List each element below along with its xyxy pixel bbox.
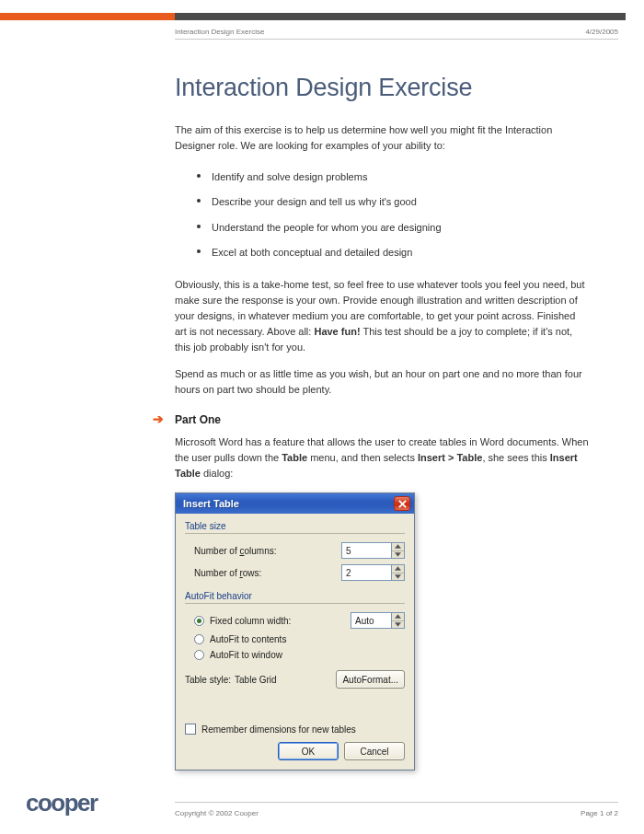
dialog-screenshot: Insert Table Table size Number of column…: [175, 492, 589, 770]
text: olumns:: [244, 546, 276, 556]
table-style-label: Table style:: [185, 675, 231, 685]
spinner-down-button[interactable]: [392, 573, 404, 581]
part-one-heading-row: ➔ Part One: [175, 411, 589, 427]
dialog-body: Table size Number of columns: 5 Number o…: [176, 514, 414, 770]
part-one-paragraph: Microsoft Word has a feature that allows…: [175, 434, 589, 481]
text: Remember dimen: [201, 724, 274, 735]
text: AutoFit to win: [210, 650, 266, 660]
radio-fixed-width-label: Fixed column width:: [210, 616, 351, 626]
text: Auto: [210, 634, 229, 644]
spinner-buttons: [391, 542, 405, 559]
columns-row: Number of columns: 5: [185, 539, 405, 562]
radio-autofit-contents-label: AutoFit to contents: [210, 634, 405, 644]
footer-rule: [175, 802, 618, 803]
chevron-down-icon: [395, 622, 401, 627]
dialog-button-row: OK Cancel: [185, 742, 405, 760]
page-footer: Copyright © 2002 Cooper Page 1 of 2: [175, 809, 618, 817]
spinner-down-button[interactable]: [392, 621, 404, 629]
group-rule: [185, 603, 405, 604]
close-button[interactable]: [394, 496, 410, 511]
ok-button[interactable]: OK: [278, 742, 339, 760]
fixed-width-input[interactable]: Auto: [351, 612, 391, 629]
rows-input[interactable]: 2: [341, 564, 391, 581]
text: dialog:: [201, 468, 233, 479]
text: it to contents: [235, 634, 287, 644]
paragraph-3: Spend as much or as little time as you w…: [175, 366, 589, 398]
page-header: Interaction Design Exercise 4/29/2005: [175, 28, 618, 36]
spinner-up-button[interactable]: [392, 543, 404, 551]
fixed-width-spinner[interactable]: Auto: [351, 612, 405, 629]
radio-autofit-contents-row[interactable]: AutoFit to contents: [185, 631, 405, 647]
radio-fixed-width-row[interactable]: Fixed column width: Auto: [185, 609, 405, 631]
paragraph-2: Obviously, this is a take-home test, so …: [175, 277, 589, 355]
remember-dimensions-checkbox[interactable]: [185, 724, 196, 735]
spinner-down-button[interactable]: [392, 551, 404, 559]
content-area: Interaction Design Exercise The aim of t…: [175, 74, 589, 770]
footer-page-number: Page 1 of 2: [581, 809, 618, 817]
text: , she sees this: [482, 452, 549, 463]
autoformat-button[interactable]: AutoFormat...: [336, 670, 405, 689]
list-item: Identify and solve design problems: [175, 165, 589, 190]
text-bold: Have fun!: [314, 326, 360, 337]
text-bold: Insert > Table: [418, 452, 482, 463]
dialog-titlebar[interactable]: Insert Table: [176, 493, 414, 514]
columns-label: Number of columns:: [194, 546, 341, 556]
group-label-size: Table size: [185, 521, 405, 531]
text: Fixed column: [210, 616, 267, 626]
cooper-logo: cooper: [26, 789, 98, 817]
rows-label: Number of rows:: [194, 568, 341, 578]
text-bold: Table: [282, 452, 307, 463]
insert-table-dialog: Insert Table Table size Number of column…: [175, 492, 415, 770]
remember-dimensions-label: Remember dimensions for new tables: [201, 724, 356, 735]
dialog-title: Insert Table: [183, 498, 394, 509]
intro-paragraph: The aim of this exercise is to help us d…: [175, 122, 589, 154]
text: ow: [270, 650, 282, 660]
top-accent-gray: [175, 13, 626, 20]
rows-spinner[interactable]: 2: [341, 564, 405, 581]
spinner-buttons: [391, 612, 405, 629]
part-one-heading: Part One: [175, 413, 221, 426]
spinner-buttons: [391, 564, 405, 581]
radio-autofit-contents[interactable]: [194, 634, 204, 644]
close-icon: [398, 500, 407, 508]
list-item: Excel at both conceptual and detailed de…: [175, 240, 589, 265]
spinner-up-button[interactable]: [392, 565, 404, 573]
table-style-value: Table Grid: [235, 675, 336, 685]
arrow-right-icon: ➔: [153, 411, 164, 426]
chevron-up-icon: [395, 566, 401, 571]
text: Number of: [194, 568, 239, 578]
cancel-button[interactable]: Cancel: [344, 742, 405, 760]
top-accent-orange: [0, 13, 175, 20]
ability-list: Identify and solve design problems Descr…: [175, 165, 589, 266]
header-date: 4/29/2005: [585, 28, 618, 36]
text-underline: A: [342, 675, 349, 685]
radio-autofit-window-row[interactable]: AutoFit to window: [185, 647, 405, 663]
group-rule: [185, 533, 405, 534]
text: utoFormat...: [349, 675, 398, 685]
columns-input[interactable]: 5: [341, 542, 391, 559]
table-style-row: Table style: Table Grid AutoFormat...: [185, 663, 405, 692]
text: idth:: [273, 616, 291, 626]
remember-dimensions-row[interactable]: Remember dimensions for new tables: [185, 724, 405, 735]
chevron-down-icon: [395, 552, 401, 557]
spinner-up-button[interactable]: [392, 613, 404, 621]
rows-row: Number of rows: 2: [185, 562, 405, 584]
list-item: Describe your design and tell us why it'…: [175, 190, 589, 214]
chevron-down-icon: [395, 574, 401, 579]
page-title: Interaction Design Exercise: [175, 74, 589, 102]
footer-copyright: Copyright © 2002 Cooper: [175, 809, 259, 817]
columns-spinner[interactable]: 5: [341, 542, 405, 559]
list-item: Understand the people for whom you are d…: [175, 215, 589, 240]
radio-autofit-window[interactable]: [194, 650, 204, 660]
text: Number of: [194, 546, 239, 556]
header-doc-title: Interaction Design Exercise: [175, 28, 264, 36]
radio-autofit-window-label: AutoFit to window: [210, 650, 405, 660]
chevron-up-icon: [395, 614, 401, 619]
text: ions for new tables: [279, 724, 355, 735]
radio-fixed-width[interactable]: [194, 616, 204, 626]
header-rule: [175, 39, 618, 40]
text: menu, and then selects: [307, 452, 418, 463]
group-label-autofit: AutoFit behavior: [185, 591, 405, 601]
text: ows:: [243, 568, 262, 578]
chevron-up-icon: [395, 544, 401, 549]
